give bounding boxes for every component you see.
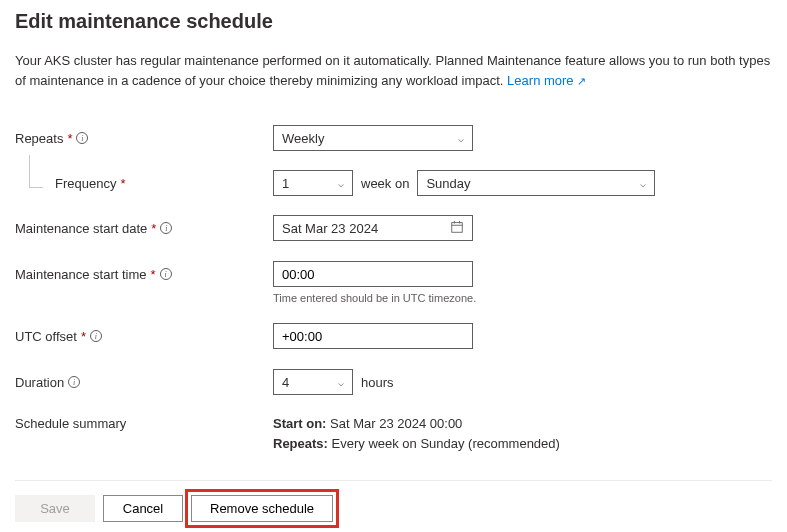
summary-label: Schedule summary bbox=[15, 414, 273, 431]
required-asterisk: * bbox=[151, 221, 156, 236]
chevron-down-icon: ⌵ bbox=[338, 377, 344, 388]
required-asterisk: * bbox=[67, 131, 72, 146]
utc-offset-label: UTC offset * i bbox=[15, 329, 273, 344]
chevron-down-icon: ⌵ bbox=[640, 178, 646, 189]
info-icon[interactable]: i bbox=[160, 268, 172, 280]
week-on-text: week on bbox=[361, 176, 409, 191]
info-icon[interactable]: i bbox=[160, 222, 172, 234]
required-asterisk: * bbox=[151, 267, 156, 282]
chevron-down-icon: ⌵ bbox=[458, 133, 464, 144]
summary-content: Start on: Sat Mar 23 2024 00:00 Repeats:… bbox=[273, 414, 560, 453]
duration-select[interactable]: 4 ⌵ bbox=[273, 369, 353, 395]
description: Your AKS cluster has regular maintenance… bbox=[15, 51, 772, 90]
svg-rect-0 bbox=[452, 222, 463, 232]
required-asterisk: * bbox=[120, 176, 125, 191]
calendar-icon bbox=[450, 220, 464, 237]
cancel-button[interactable]: Cancel bbox=[103, 495, 183, 522]
required-asterisk: * bbox=[81, 329, 86, 344]
tree-indent-line bbox=[29, 155, 43, 188]
remove-schedule-button[interactable]: Remove schedule bbox=[191, 495, 333, 522]
start-time-input[interactable] bbox=[273, 261, 473, 287]
frequency-label: Frequency * bbox=[55, 176, 273, 191]
duration-unit: hours bbox=[361, 375, 394, 390]
start-date-label: Maintenance start date * i bbox=[15, 221, 273, 236]
info-icon[interactable]: i bbox=[68, 376, 80, 388]
info-icon[interactable]: i bbox=[90, 330, 102, 342]
frequency-interval-select[interactable]: 1 ⌵ bbox=[273, 170, 353, 196]
repeats-select[interactable]: Weekly ⌵ bbox=[273, 125, 473, 151]
info-icon[interactable]: i bbox=[76, 132, 88, 144]
duration-label: Duration i bbox=[15, 375, 273, 390]
page-title: Edit maintenance schedule bbox=[15, 10, 772, 33]
description-text: Your AKS cluster has regular maintenance… bbox=[15, 53, 770, 88]
learn-more-link[interactable]: Learn more bbox=[507, 73, 573, 88]
footer: Save Cancel Remove schedule bbox=[15, 480, 772, 522]
save-button: Save bbox=[15, 495, 95, 522]
start-date-input[interactable]: Sat Mar 23 2024 bbox=[273, 215, 473, 241]
start-time-label: Maintenance start time * i bbox=[15, 267, 273, 282]
chevron-down-icon: ⌵ bbox=[338, 178, 344, 189]
utc-offset-input[interactable] bbox=[273, 323, 473, 349]
external-link-icon: ↗ bbox=[577, 75, 586, 87]
start-time-hint: Time entered should be in UTC timezone. bbox=[273, 292, 772, 304]
repeats-label: Repeats * i bbox=[15, 131, 273, 146]
frequency-day-select[interactable]: Sunday ⌵ bbox=[417, 170, 655, 196]
